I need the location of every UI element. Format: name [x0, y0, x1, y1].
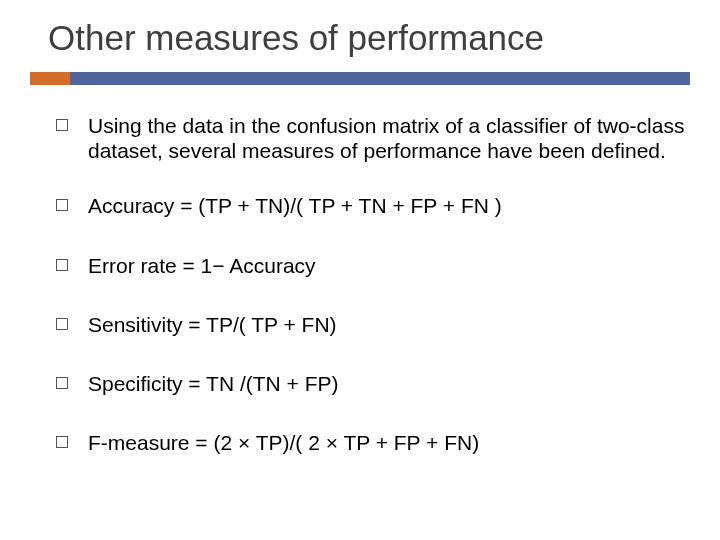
list-item: Accuracy = (TP + TN)/( TP + TN + FP + FN…: [56, 193, 690, 218]
list-item: Specificity = TN /(TN + FP): [56, 371, 690, 396]
bullet-text: F-measure = (2 × TP)/( 2 × TP + FP + FN): [88, 430, 479, 455]
bullet-icon: [56, 436, 68, 448]
list-item: F-measure = (2 × TP)/( 2 × TP + FP + FN): [56, 430, 690, 455]
accent-block: [30, 72, 70, 85]
bullet-list: Using the data in the confusion matrix o…: [30, 113, 690, 455]
bullet-text: Specificity = TN /(TN + FP): [88, 371, 339, 396]
divider-line: [70, 72, 690, 85]
title-divider: [30, 72, 690, 85]
bullet-icon: [56, 199, 68, 211]
bullet-text: Sensitivity = TP/( TP + FN): [88, 312, 337, 337]
bullet-icon: [56, 119, 68, 131]
list-item: Sensitivity = TP/( TP + FN): [56, 312, 690, 337]
list-item: Error rate = 1− Accuracy: [56, 253, 690, 278]
bullet-icon: [56, 377, 68, 389]
bullet-icon: [56, 259, 68, 271]
bullet-icon: [56, 318, 68, 330]
bullet-text: Using the data in the confusion matrix o…: [88, 113, 690, 163]
slide-title: Other measures of performance: [30, 18, 690, 58]
bullet-text: Error rate = 1− Accuracy: [88, 253, 316, 278]
list-item: Using the data in the confusion matrix o…: [56, 113, 690, 163]
bullet-text: Accuracy = (TP + TN)/( TP + TN + FP + FN…: [88, 193, 502, 218]
